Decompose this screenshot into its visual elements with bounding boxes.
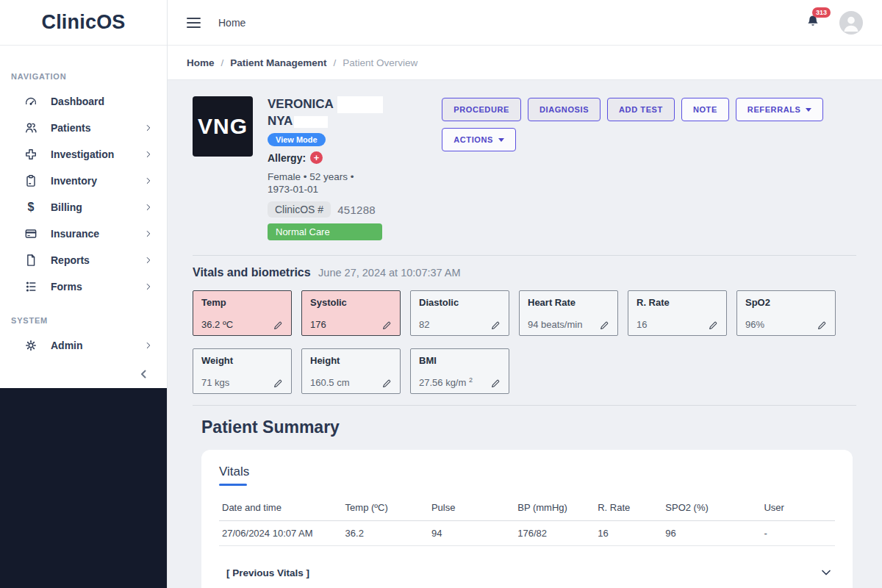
vitals-section-title: Vitals and biometrics [193,266,311,279]
vitals-cards-grid: Temp 36.2 ºC Systolic 176 Diastolic 82 H… [193,290,856,394]
sidebar-item-investigation[interactable]: Investigation [0,141,167,168]
chevron-right-icon [143,282,154,292]
sidebar-item-dashboard[interactable]: Dashboard [0,88,167,115]
patient-name-line2: NYA [268,114,293,128]
referrals-dropdown[interactable]: REFERRALS [736,98,824,121]
breadcrumb-separator: / [221,57,224,68]
vital-card-spo2: SpO2 96% [736,290,836,336]
document-icon [23,252,39,268]
sidebar-item-label: Investigation [51,148,143,160]
edit-pencil-icon[interactable] [491,379,501,388]
vital-value: 176 [310,319,326,330]
collapse-sidebar-icon[interactable] [137,368,151,381]
notifications-button[interactable]: 313 [806,14,820,32]
vital-value: 96% [745,319,764,330]
sidebar-item-inventory[interactable]: Inventory [0,168,167,194]
breadcrumb-patient-overview: Patient Overview [343,57,417,68]
cell-date-time: 27/06/2024 10:07 AM [219,521,343,546]
user-avatar[interactable] [839,11,863,35]
add-test-button[interactable]: ADD TEST [607,98,675,121]
col-temp: Temp (ºC) [343,498,429,521]
vital-card-diastolic: Diastolic 82 [410,290,509,336]
vital-label: Diastolic [419,297,501,308]
credit-card-icon [23,226,39,242]
edit-pencil-icon[interactable] [817,320,827,330]
actions-dropdown[interactable]: ACTIONS [442,128,516,151]
chevron-right-icon [143,202,154,212]
col-r-rate: R. Rate [595,498,662,521]
caret-down-icon [806,108,811,112]
vital-label: Heart Rate [528,297,609,308]
vital-card-height: Height 160.5 cm [301,348,401,394]
sidebar-item-label: Admin [51,340,143,351]
edit-pencil-icon[interactable] [600,320,609,330]
patient-action-buttons: PROCEDURE DIAGNOSIS ADD TEST NOTE REFERR… [442,98,856,151]
edit-pencil-icon[interactable] [709,320,718,330]
edit-pencil-icon[interactable] [382,320,392,330]
vital-label: Systolic [310,297,392,308]
sidebar-item-label: Patients [51,122,143,134]
vital-value: 94 beats/min [528,319,582,330]
breadcrumb-patient-management[interactable]: Patient Management [230,57,326,68]
list-icon [23,279,39,295]
chevron-right-icon [143,255,154,265]
edit-pencil-icon[interactable] [273,320,283,330]
add-allergy-icon[interactable]: + [310,151,323,164]
vital-card-weight: Weight 71 kgs [193,348,292,394]
vital-value: 16 [637,319,647,330]
sidebar-item-reports[interactable]: Reports [0,247,167,273]
previous-vitals-toggle[interactable]: [ Previous Vitals ] [219,565,835,588]
sidebar-item-insurance[interactable]: Insurance [0,220,167,247]
clipboard-icon [23,173,39,189]
section-divider [193,405,856,406]
sidebar-item-label: Billing [51,201,143,213]
table-row: 27/06/2024 10:07 AM 36.2 94 176/82 16 96… [219,521,835,546]
previous-vitals-label: [ Previous Vitals ] [226,567,309,578]
patient-summary-title: Patient Summary [201,417,853,437]
speedometer-icon [23,93,39,110]
topbar-home-link[interactable]: Home [218,17,245,29]
sidebar: ClinicOS NAVIGATION Dashboard Patients I… [0,0,168,588]
patient-name-line1: VERONICA [268,97,334,111]
hamburger-icon[interactable] [187,18,201,28]
clinicos-id-label: ClinicOS # [268,201,331,218]
vitals-history-table: Date and time Temp (ºC) Pulse BP (mmHg) … [219,498,835,546]
notification-badge: 313 [812,7,831,18]
sidebar-item-forms[interactable]: Forms [0,273,167,300]
clinicos-app: ClinicOS NAVIGATION Dashboard Patients I… [0,0,882,588]
sidebar-dark-panel [0,388,167,588]
procedure-button[interactable]: PROCEDURE [442,98,521,121]
vital-card-heart-rate: Heart Rate 94 beats/min [519,290,618,336]
note-button[interactable]: NOTE [681,98,729,121]
sidebar-item-admin[interactable]: Admin [0,332,167,359]
vital-card-respiratory-rate: R. Rate 16 [628,290,727,336]
cell-bp: 176/82 [514,521,595,546]
sidebar-item-label: Forms [51,281,143,293]
sidebar-item-label: Reports [51,254,143,266]
sidebar-item-billing[interactable]: $ Billing [0,194,167,220]
table-header-row: Date and time Temp (ºC) Pulse BP (mmHg) … [219,498,835,521]
edit-pencil-icon[interactable] [491,320,501,330]
people-icon [23,120,39,136]
cell-user: - [761,521,835,546]
edit-pencil-icon[interactable] [382,379,392,388]
actions-label: ACTIONS [453,135,493,144]
app-logo: ClinicOS [41,11,125,34]
diagnosis-button[interactable]: DIAGNOSIS [528,98,600,121]
breadcrumb-home[interactable]: Home [187,57,215,68]
allergy-label: Allergy: [268,152,306,164]
care-level-badge: Normal Care [268,223,382,240]
sidebar-collapse-row [0,359,167,381]
tab-vitals[interactable]: Vitals [219,465,249,486]
cell-temp: 36.2 [343,521,429,546]
sidebar-item-patients[interactable]: Patients [0,115,167,141]
chevron-right-icon [143,176,154,186]
vital-card-systolic: Systolic 176 [301,290,401,336]
edit-pencil-icon[interactable] [273,379,283,388]
vital-card-bmi: BMI 27.56 kg/m 2 [410,348,509,394]
vital-value: 160.5 cm [310,377,349,388]
name-redaction-box [294,116,328,128]
chevron-right-icon [143,340,154,351]
col-spo2: SPO2 (%) [662,498,761,521]
topbar: Home 313 [168,0,882,46]
